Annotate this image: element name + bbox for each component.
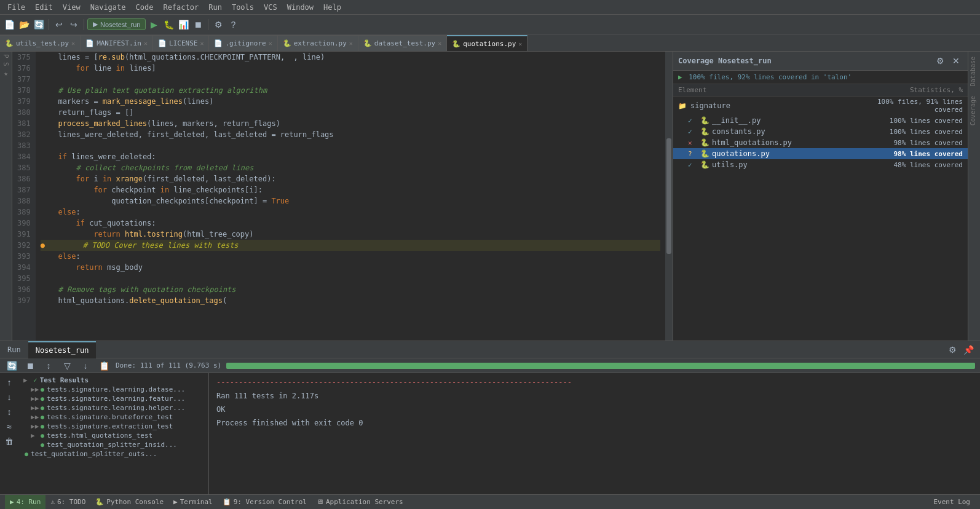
tree-expand-2[interactable]: ▶ [31, 404, 38, 412]
coverage-btn[interactable]: 📊 [176, 18, 190, 31]
favorites-icon[interactable]: ★ [2, 69, 10, 77]
tree-item-1[interactable]: ▶ ● tests.signature.learning.featur... [18, 394, 206, 403]
tree-item-6[interactable]: ● test_quotation_splitter_insid... [18, 440, 206, 449]
code-line-388: quotation_checkpoints[checkpoint] = True [41, 195, 660, 207]
tree-item-3[interactable]: ▶ ● tests.signature.bruteforce_test [18, 412, 206, 422]
statusbar-terminal-label: Terminal [180, 498, 213, 506]
check-icon-4: ● [41, 423, 44, 430]
debug-btn[interactable]: 🐛 [162, 18, 175, 31]
code-content[interactable]: lines = [re.sub(html_quotations.CHECKPOI… [36, 52, 665, 341]
export-btn[interactable]: 📋 [97, 359, 111, 373]
run-btn[interactable]: ▶ [147, 18, 160, 31]
statusbar-todo[interactable]: ⚠ 6: TODO [45, 495, 90, 509]
tree-item-2[interactable]: ▶ ● tests.signature.learning.helper... [18, 403, 206, 412]
help-btn[interactable]: ? [226, 18, 240, 31]
tab-run[interactable]: Run [0, 341, 28, 358]
scroll-down-btn[interactable]: ↓ [2, 390, 16, 404]
sort-btn[interactable]: ↕ [42, 359, 55, 373]
coverage-row-init[interactable]: ✓ 🐍 __init__.py 100% lines covered [673, 115, 968, 126]
tree-item-0[interactable]: ▶ ● tests.signature.learning.datase... [18, 385, 206, 394]
coverage-row-html-quotations[interactable]: ✕ 🐍 html_quotations.py 98% lines covered [673, 137, 968, 148]
tab-close-dataset-test[interactable]: ✕ [438, 40, 441, 47]
tab-license[interactable]: 📄 LICENSE ✕ [153, 35, 209, 51]
refresh-btn[interactable]: 🔄 [32, 18, 45, 31]
menu-vcs[interactable]: VCS [259, 2, 282, 13]
tree-root[interactable]: ✓ Test Results [18, 376, 206, 385]
database-icon[interactable]: Database [968, 52, 980, 91]
tree-item-4[interactable]: ▶ ● tests.signature.extraction_test [18, 422, 206, 431]
coverage-close-btn[interactable]: ✕ [949, 54, 963, 68]
tree-item-5[interactable]: ● tests.html_quotations_test [18, 431, 206, 440]
tab-close-gitignore[interactable]: ✕ [269, 40, 272, 47]
menu-tools[interactable]: Tools [227, 2, 259, 13]
code-editor[interactable]: 375 376 377 378 379 380 381 382 383 384 … [12, 52, 673, 341]
tab-close-utils-test[interactable]: ✕ [71, 40, 75, 47]
coverage-title: Coverage Nosetest_run [678, 57, 772, 65]
menu-code[interactable]: Code [131, 2, 159, 13]
stop-tests-btn[interactable]: ⏹ [23, 359, 37, 373]
scroll-up-btn[interactable]: ↑ [2, 376, 16, 389]
structure-icon[interactable]: S [2, 62, 10, 66]
tab-close-extraction[interactable]: ✕ [349, 40, 353, 47]
coverage-settings-btn[interactable]: ⚙ [933, 54, 947, 68]
menu-view[interactable]: View [58, 2, 85, 13]
tree-expand-3[interactable]: ▶ [31, 413, 38, 421]
menu-file[interactable]: File [2, 2, 30, 13]
coverage-side-icon[interactable]: Coverage [968, 91, 980, 130]
cov-name-utils: utils.py [712, 160, 852, 169]
clear-btn[interactable]: 🗑 [2, 435, 16, 448]
settings-btn[interactable]: ⚙ [211, 18, 225, 31]
statusbar-app-servers[interactable]: 🖥 Application Servers [312, 495, 408, 509]
diff-btn[interactable]: ≈ [2, 420, 16, 433]
tree-expand-root[interactable] [23, 376, 31, 384]
tree-item-7[interactable]: ● test_quotation_splitter_outs... [2, 449, 206, 459]
statusbar-run-label: 4: Run [17, 498, 41, 506]
tab-close-quotations[interactable]: ✕ [518, 41, 522, 47]
jump-btn[interactable]: ↕ [2, 405, 16, 419]
menu-window[interactable]: Window [282, 2, 318, 13]
tab-nosetest[interactable]: Nosetest_run [28, 341, 97, 358]
tab-gitignore[interactable]: 📄 .gitignore ✕ [209, 35, 277, 51]
bottom-settings-btn[interactable]: ⚙ [946, 343, 959, 357]
project-icon[interactable]: P [2, 54, 10, 58]
open-btn[interactable]: 📂 [17, 18, 31, 31]
menu-edit[interactable]: Edit [30, 2, 58, 13]
rerun-btn[interactable]: 🔄 [5, 359, 18, 373]
filter-btn[interactable]: ▽ [60, 359, 74, 373]
redo-btn[interactable]: ↪ [67, 18, 81, 31]
expand-btn[interactable]: ↓ [79, 359, 92, 373]
output-console[interactable]: ----------------------------------------… [209, 373, 980, 494]
undo-btn[interactable]: ↩ [52, 18, 66, 31]
coverage-row-utils[interactable]: ✓ 🐍 utils.py 48% lines covered [673, 159, 968, 170]
menu-navigate[interactable]: Navigate [85, 2, 131, 13]
tree-expand-4[interactable]: ▶ [31, 422, 38, 430]
coverage-row-quotations[interactable]: ? 🐍 quotations.py 98% lines covered [673, 148, 968, 159]
tab-close-license[interactable]: ✕ [200, 40, 204, 47]
statusbar-terminal[interactable]: ▶ Terminal [168, 495, 218, 509]
menu-help[interactable]: Help [318, 2, 346, 13]
coverage-stats: ▶ 100% files, 92% lines covered in 'talo… [673, 71, 968, 84]
tab-manifest[interactable]: 📄 MANIFEST.in ✕ [81, 35, 153, 51]
editor-scrollbar[interactable] [665, 52, 673, 341]
tree-expand-0[interactable]: ▶ [31, 385, 38, 393]
coverage-row-signature[interactable]: 📁 signature 100% files, 91% lines covere… [673, 97, 968, 115]
statusbar-event-log[interactable]: Event Log [928, 495, 975, 509]
statusbar-python-console[interactable]: 🐍 Python Console [90, 495, 168, 509]
tab-extraction[interactable]: 🐍 extraction.py ✕ [278, 35, 358, 51]
statusbar-version-control[interactable]: 📋 9: Version Control [218, 495, 312, 509]
tab-dataset-test[interactable]: 🐍 dataset_test.py ✕ [358, 35, 447, 51]
new-file-btn[interactable]: 📄 [2, 18, 16, 31]
run-config-btn[interactable]: ▶ Nosetest_run [87, 18, 146, 30]
menu-refactor[interactable]: Refactor [158, 2, 204, 13]
tab-quotations[interactable]: 🐍 quotations.py ✕ [447, 35, 528, 51]
statusbar-run[interactable]: ▶ 4: Run [5, 495, 45, 509]
bottom-pin-btn[interactable]: 📌 [962, 343, 975, 357]
tab-close-manifest[interactable]: ✕ [144, 40, 148, 47]
tab-utils-test[interactable]: 🐍 utils_test.py ✕ [0, 35, 81, 51]
menu-run[interactable]: Run [204, 2, 227, 13]
coverage-row-constants[interactable]: ✓ 🐍 constants.py 100% lines covered [673, 126, 968, 137]
tree-expand-5[interactable] [31, 432, 38, 440]
stop-btn[interactable]: ⏹ [191, 18, 205, 31]
test-tree[interactable]: ↑ ↓ ↕ ≈ 🗑 ✓ Test Results ▶ ● tests.signa… [0, 373, 209, 494]
tree-expand-1[interactable]: ▶ [31, 395, 38, 403]
